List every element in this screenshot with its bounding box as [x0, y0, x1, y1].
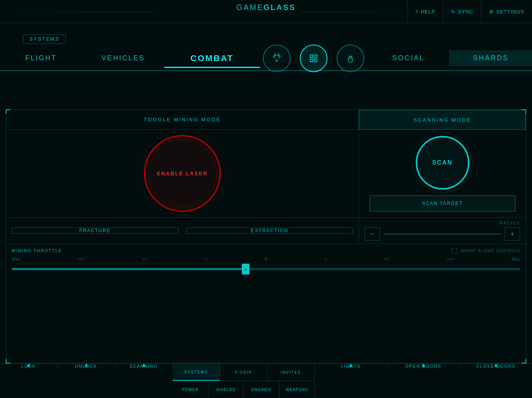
grid-icon-button[interactable]: [300, 45, 327, 72]
sync-label: SYNC: [458, 9, 473, 15]
invert-checkbox[interactable]: [452, 248, 457, 253]
main-content: TOGGLE MINING MODE ENABLE LASER SCANNING…: [6, 109, 526, 363]
scanning-button[interactable]: SCANNING: [115, 364, 172, 368]
radius-plus-icon: +: [511, 231, 514, 238]
open-doors-dot: [422, 364, 425, 367]
lock-button[interactable]: LOCK: [0, 364, 58, 368]
radius-controls: − +: [365, 227, 520, 241]
marker-r: >: [324, 257, 327, 261]
header-line-left: [0, 12, 154, 12]
logo-light: GAME: [236, 3, 264, 12]
svg-point-0: [276, 60, 278, 61]
radius-minus-button[interactable]: −: [365, 227, 380, 241]
header-actions: ? HELP ↻ SYNC ⚙ SETTINGS: [407, 0, 532, 23]
settings-label: SETTINGS: [496, 9, 524, 15]
svg-rect-2: [314, 55, 317, 58]
power-button[interactable]: POWER: [173, 381, 208, 398]
throttle-slider[interactable]: [12, 263, 520, 275]
location-icon-button[interactable]: [337, 45, 364, 72]
invert-label: INVERT SLIDER CONTROLS: [460, 249, 520, 253]
radius-label: RADIUS: [365, 221, 520, 225]
toggle-mining-label: TOGGLE MINING MODE: [144, 117, 221, 122]
throttle-label: MINING THROTTLE: [12, 248, 62, 253]
scanning-mode-button[interactable]: SCANNING MODE: [359, 110, 526, 130]
enable-laser-button[interactable]: ENABLE LASER: [144, 135, 221, 212]
radius-track: [383, 233, 502, 235]
nav-tab-social-label: SOCIAL: [392, 54, 425, 62]
toggle-mining-button[interactable]: TOGGLE MINING MODE: [6, 110, 359, 130]
sync-button[interactable]: ↻ SYNC: [443, 0, 481, 23]
marker-rr: >>: [384, 257, 390, 261]
fvoip-tab[interactable]: F/VOIP: [220, 364, 267, 381]
bottom-bar: LOCK UNLOCK SCANNING SYSTEMS F/VOIP INVI…: [0, 363, 532, 398]
extraction-label: EXTRACTION: [251, 228, 288, 233]
wifi-icon-button[interactable]: [263, 45, 291, 72]
engines-label: ENGINES: [251, 388, 271, 392]
invert-controls[interactable]: INVERT SLIDER CONTROLS: [452, 248, 520, 253]
top-row: TOGGLE MINING MODE ENABLE LASER SCANNING…: [6, 110, 526, 217]
svg-rect-3: [310, 59, 313, 62]
throttle-track: [12, 268, 520, 270]
weapons-button[interactable]: WEAPONS: [279, 381, 315, 398]
bottom-center-buttons: POWER SHIELDS ENGINES WEAPONS: [173, 381, 314, 398]
close-doors-button[interactable]: CLOSE DOORS: [460, 364, 532, 368]
nav-tab-shards[interactable]: SHARDS: [449, 50, 532, 66]
nav-tab-flight[interactable]: FLIGHT: [0, 50, 82, 66]
marker-max-left: Max: [12, 257, 20, 261]
scan-area: SCAN SCAN TARGET: [359, 130, 526, 217]
settings-icon: ⚙: [489, 9, 494, 15]
bottom-center-tabs: SYSTEMS F/VOIP INVITES: [173, 364, 314, 381]
systems-tab-label: SYSTEMS: [184, 370, 208, 374]
lock-dot: [27, 364, 30, 367]
systems-label: SYSTEMS: [23, 35, 66, 44]
scan-button[interactable]: SCAN: [416, 136, 469, 190]
nav-tabs: FLIGHT VEHICLES COMBAT: [0, 46, 532, 71]
unlock-button[interactable]: UNLOCK: [58, 364, 115, 368]
nav-tab-combat-label: COMBAT: [190, 53, 234, 63]
extraction-button[interactable]: EXTRACTION: [186, 228, 353, 234]
scan-label: SCAN: [432, 159, 453, 166]
marker-max-right: Max: [512, 257, 520, 261]
throttle-header: MINING THROTTLE INVERT SLIDER CONTROLS: [12, 248, 520, 253]
left-panel: TOGGLE MINING MODE ENABLE LASER: [6, 110, 359, 217]
fracture-button[interactable]: FRACTURE: [12, 228, 178, 234]
throttle-handle[interactable]: [242, 264, 249, 274]
unlock-dot: [85, 364, 88, 367]
settings-button[interactable]: ⚙ SETTINGS: [481, 0, 532, 23]
close-doors-dot: [494, 364, 497, 367]
help-label: HELP: [421, 9, 435, 15]
marker-ll: <<: [142, 257, 148, 261]
bottom-right-section: LIGHTS OPEN DOORS CLOSE DOORS: [315, 364, 532, 368]
radius-area: RADIUS − +: [359, 218, 526, 244]
svg-rect-4: [314, 59, 317, 62]
radius-plus-button[interactable]: +: [505, 227, 520, 241]
shields-button[interactable]: SHIELDS: [208, 381, 244, 398]
nav-tab-combat[interactable]: COMBAT: [164, 50, 260, 67]
right-panel: SCANNING MODE SCAN SCAN TARGET: [359, 110, 526, 217]
fracture-extraction-area: FRACTURE EXTRACTION: [6, 218, 359, 244]
enable-laser-label: ENABLE LASER: [157, 170, 208, 177]
scan-target-button[interactable]: SCAN TARGET: [370, 195, 515, 211]
power-label: POWER: [182, 388, 198, 392]
throttle-markers: Max <<< << < 0 > >> >>> Max: [12, 257, 520, 261]
engines-button[interactable]: ENGINES: [244, 381, 279, 398]
help-icon: ?: [415, 9, 418, 15]
marker-l: <: [205, 257, 208, 261]
header: GAMEGLASS ? HELP ↻ SYNC ⚙ SETTINGS: [0, 0, 532, 23]
bottom-center-section: SYSTEMS F/VOIP INVITES POWER SHIELDS ENG…: [173, 364, 315, 398]
lights-button[interactable]: LIGHTS: [315, 364, 387, 368]
systems-tab[interactable]: SYSTEMS: [173, 364, 220, 381]
open-doors-button[interactable]: OPEN DOORS: [387, 364, 460, 368]
shields-label: SHIELDS: [216, 388, 235, 392]
nav-tab-vehicles[interactable]: VEHICLES: [82, 50, 164, 66]
help-button[interactable]: ? HELP: [407, 0, 443, 23]
svg-rect-1: [310, 55, 313, 58]
action-row: FRACTURE EXTRACTION RADIUS − +: [6, 217, 526, 244]
sync-icon: ↻: [451, 9, 456, 15]
nav-tab-vehicles-label: VEHICLES: [102, 54, 145, 62]
invites-tab[interactable]: INVITES: [268, 364, 314, 381]
marker-zero: 0: [265, 257, 268, 261]
invites-tab-label: INVITES: [281, 370, 301, 375]
scanning-mode-label: SCANNING MODE: [413, 117, 471, 123]
nav-tab-social[interactable]: SOCIAL: [367, 50, 449, 66]
